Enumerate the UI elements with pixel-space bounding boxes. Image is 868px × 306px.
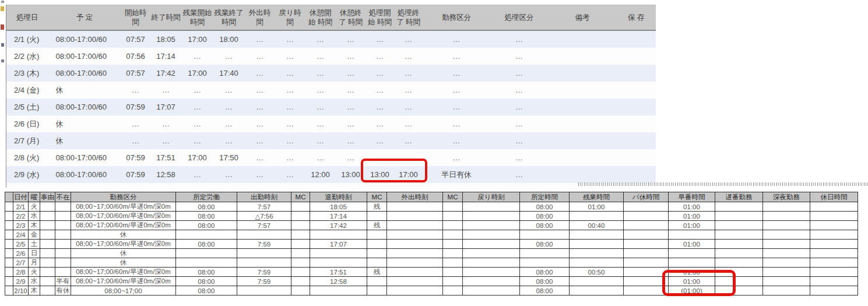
cell-save[interactable] [617,30,656,48]
cell-processing-start[interactable]: … [366,99,394,115]
cell-start-time[interactable]: … [121,132,150,149]
cell-processing-start[interactable]: … [366,115,394,132]
cell-break-start[interactable]: 12:00 [305,166,336,183]
cell-work-category[interactable]: … [423,149,490,166]
cell-processing-category[interactable] [490,183,549,188]
cell-processing-start[interactable] [366,183,394,188]
cell-work-category[interactable]: … [423,65,490,82]
cell-break-end[interactable]: … [336,132,366,149]
cell-processing-date[interactable]: 2/6 (日) [6,115,48,132]
cell-remarks[interactable] [549,166,617,183]
cell-return-time[interactable]: … [275,30,305,48]
cell-processing-category[interactable]: … [490,99,549,115]
cell-break-end[interactable]: … [336,82,366,99]
cell-save[interactable] [617,48,656,65]
cell-overtime-end[interactable]: 18:00 [213,30,245,48]
cell-overtime-end[interactable]: … [213,99,245,115]
cell-break-end[interactable]: … [336,115,366,132]
cell-processing-category[interactable]: … [490,115,549,132]
cell-break-start[interactable]: … [305,30,336,48]
cell-overtime-start[interactable]: … [182,115,213,132]
cell-start-time[interactable] [121,183,150,188]
cell-overtime-start[interactable]: 17:00 [182,65,213,82]
cell-schedule[interactable]: 休 [48,82,121,99]
cell-work-category[interactable]: … [423,99,490,115]
cell-overtime-start[interactable]: … [182,82,213,99]
cell-remarks[interactable] [549,65,617,82]
cell-overtime-start[interactable] [182,183,213,188]
cell-return-time[interactable] [275,183,305,188]
cell-processing-end[interactable]: … [394,48,423,65]
cell-save[interactable] [617,99,656,115]
cell-return-time[interactable]: … [275,82,305,99]
cell-break-end[interactable]: 13:00 [336,166,366,183]
cell-out-time[interactable]: … [245,132,275,149]
cell-out-time[interactable]: … [245,48,275,65]
cell-processing-category[interactable]: … [490,149,549,166]
cell-work-category[interactable]: … [423,82,490,99]
cell-processing-date[interactable]: 2/8 (火) [6,149,48,166]
cell-overtime-end[interactable]: 17:50 [213,149,245,166]
cell-end-time[interactable]: … [150,132,182,149]
cell-processing-date[interactable]: 2/1 (火) [6,30,48,48]
cell-out-time[interactable]: … [245,65,275,82]
cell-save[interactable] [617,132,656,149]
cell-processing-start[interactable]: … [366,30,394,48]
cell-overtime-start[interactable]: … [182,132,213,149]
cell-processing-category[interactable]: … [490,166,549,183]
cell-processing-category[interactable]: … [490,48,549,65]
cell-processing-start[interactable]: … [366,48,394,65]
cell-return-time[interactable]: … [275,65,305,82]
cell-processing-end[interactable]: … [394,149,423,166]
cell-processing-date[interactable]: 2/10 (木) [6,183,48,188]
cell-out-time[interactable] [245,183,275,188]
cell-out-time[interactable]: … [245,149,275,166]
cell-save[interactable] [617,166,656,183]
cell-work-category[interactable]: 半日有休 [423,166,490,183]
cell-processing-end[interactable]: … [394,115,423,132]
cell-processing-start[interactable]: … [366,132,394,149]
cell-processing-start[interactable]: … [366,149,394,166]
cell-overtime-start[interactable]: … [182,166,213,183]
cell-work-category[interactable]: … [423,115,490,132]
cell-overtime-end[interactable]: … [213,48,245,65]
cell-overtime-start[interactable]: 17:00 [182,149,213,166]
cell-schedule[interactable]: 08:00-17:00/60 [48,30,121,48]
cell-remarks[interactable] [549,82,617,99]
cell-processing-date[interactable]: 2/7 (月) [6,132,48,149]
cell-processing-date[interactable]: 2/2 (水) [6,48,48,65]
cell-start-time[interactable]: 07:56 [121,48,150,65]
cell-return-time[interactable]: … [275,132,305,149]
cell-return-time[interactable]: … [275,115,305,132]
cell-remarks[interactable] [549,48,617,65]
cell-schedule[interactable]: 休 [48,115,121,132]
cell-out-time[interactable]: … [245,115,275,132]
cell-save[interactable] [617,115,656,132]
cell-processing-end[interactable]: … [394,30,423,48]
cell-processing-category[interactable]: … [490,132,549,149]
cell-break-start[interactable]: … [305,82,336,99]
cell-work-category[interactable]: 有休 [423,183,490,188]
cell-schedule[interactable]: 休 [48,132,121,149]
cell-start-time[interactable]: 07:59 [121,99,150,115]
cell-out-time[interactable]: … [245,166,275,183]
cell-processing-start[interactable]: … [366,82,394,99]
cell-start-time[interactable]: 07:59 [121,149,150,166]
cell-processing-start[interactable]: 13:00 [366,166,394,183]
cell-break-start[interactable]: … [305,115,336,132]
cell-save[interactable] [617,82,656,99]
cell-break-end[interactable]: … [336,30,366,48]
cell-save[interactable] [617,65,656,82]
cell-processing-date[interactable]: 2/5 (土) [6,99,48,115]
cell-end-time[interactable]: 18:05 [150,30,182,48]
cell-break-end[interactable]: … [336,149,366,166]
cell-break-end[interactable] [336,183,366,188]
cell-remarks[interactable] [549,132,617,149]
cell-end-time[interactable] [150,183,182,188]
cell-break-end[interactable]: … [336,65,366,82]
cell-processing-end[interactable]: … [394,99,423,115]
cell-out-time[interactable]: … [245,30,275,48]
cell-break-end[interactable]: … [336,48,366,65]
cell-overtime-start[interactable]: 17:00 [182,30,213,48]
cell-schedule[interactable]: 08:00-17:00/60 [48,99,121,115]
